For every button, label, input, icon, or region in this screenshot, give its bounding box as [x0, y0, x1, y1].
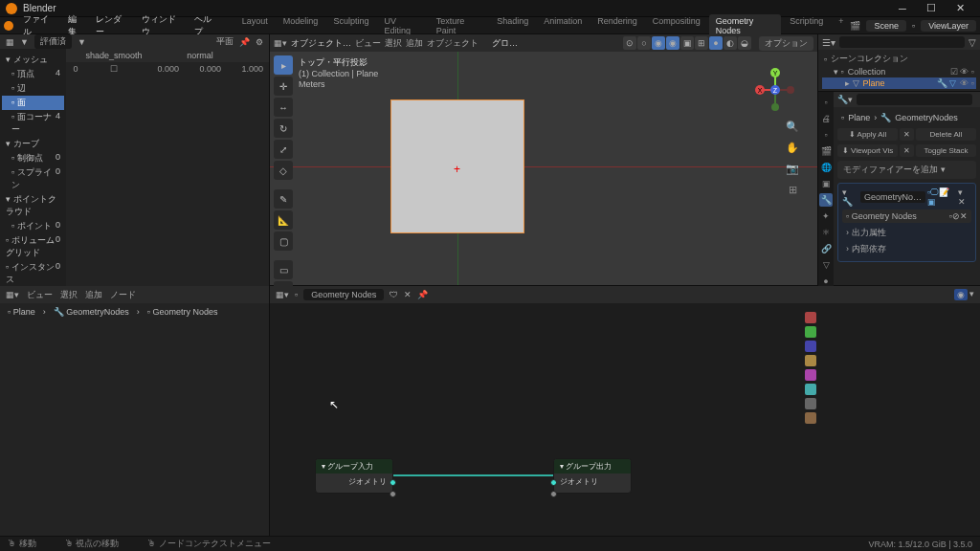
apply-all-button[interactable]: ⬇ Apply All	[837, 128, 898, 141]
tree-spline[interactable]: スプライン	[11, 167, 52, 189]
tab-layout[interactable]: Layout	[235, 14, 275, 37]
x2-button[interactable]: ✕	[900, 144, 914, 157]
ptab-physics[interactable]: ⚛	[819, 226, 833, 239]
tree-vgrid[interactable]: ボリュームグリッド	[6, 235, 55, 257]
bl-add[interactable]: 追加	[85, 289, 102, 301]
tree-inst[interactable]: インスタンス	[6, 262, 55, 284]
tree-curve[interactable]: カーブ	[13, 139, 39, 148]
rt4[interactable]	[805, 355, 816, 366]
ptab-render[interactable]: ▫	[819, 96, 833, 109]
bl-select[interactable]: 選択	[60, 289, 78, 301]
zoom-icon[interactable]: 🔍	[785, 119, 800, 134]
tab-animation[interactable]: Animation	[537, 14, 589, 37]
props-search[interactable]	[857, 94, 972, 105]
output-attrs[interactable]: › 出力属性	[842, 225, 971, 241]
tree-point[interactable]: ポイント	[17, 221, 52, 231]
solid-icon[interactable]: ●	[709, 36, 723, 50]
ol-collection[interactable]: ▾ ▫Collection☑ 👁 ▫	[822, 66, 976, 77]
rt7[interactable]	[805, 398, 816, 409]
input-socket-extra[interactable]	[550, 491, 557, 497]
vp-menu-object[interactable]: オブジェクト	[427, 37, 479, 50]
ptab-particle[interactable]: ✦	[819, 209, 833, 223]
snap-icon[interactable]: ⊙	[623, 36, 636, 50]
evaluated-dropdown[interactable]: 評価済	[34, 34, 72, 49]
editor-icon[interactable]: ▦▾	[6, 290, 19, 299]
node-group-name[interactable]: Geometry Nodes	[303, 289, 384, 300]
extrude-tool[interactable]: ▭	[274, 260, 293, 279]
delete-all-button[interactable]: Delete All	[916, 128, 976, 141]
tab-compositing[interactable]: Compositing	[646, 14, 707, 37]
maximize-button[interactable]: ☐	[917, 0, 946, 17]
mode-selector[interactable]: オブジェクト…	[291, 37, 351, 50]
mod-vis-icons[interactable]: ▫🖵📝▣	[927, 187, 956, 207]
group-input-node[interactable]: ▾ グループ入力 ジオメトリ	[315, 458, 393, 494]
rt5[interactable]	[805, 369, 816, 381]
select-tool[interactable]: ▸	[274, 55, 293, 75]
ptab-modifier[interactable]: 🔧	[819, 193, 833, 207]
tab-modeling[interactable]: Modeling	[277, 14, 325, 37]
vp-menu-add[interactable]: 追加	[406, 37, 423, 50]
node-group-field[interactable]: ▫ Geometry Nodes ▫⊘✕	[842, 209, 971, 223]
rt6[interactable]	[805, 384, 816, 395]
tab-texture[interactable]: Texture Paint	[430, 14, 488, 37]
tree-pcloud[interactable]: ポイントクラウド	[6, 194, 56, 216]
proportional-icon[interactable]: ○	[637, 36, 651, 50]
x-button[interactable]: ✕	[900, 128, 914, 141]
xray-icon[interactable]: ▣	[680, 36, 694, 50]
ptab-object[interactable]: ▣	[819, 177, 833, 190]
minimize-button[interactable]: ─	[888, 0, 917, 17]
move-tool[interactable]: ↔	[274, 98, 293, 117]
outliner-search[interactable]	[839, 36, 965, 48]
tab-add[interactable]: +	[832, 14, 850, 37]
tree-vertex[interactable]: 頂点	[17, 69, 34, 78]
internal-deps[interactable]: › 内部依存	[842, 241, 971, 257]
output-socket-extra[interactable]	[390, 491, 396, 497]
add-cube-tool[interactable]: ▢	[274, 231, 293, 251]
ne-pin-icon[interactable]: 📌	[417, 290, 428, 299]
tree-face[interactable]: 面	[17, 98, 26, 107]
matprev-icon[interactable]: ◐	[724, 36, 737, 50]
outliner-icon[interactable]: ☰▾	[822, 37, 835, 48]
tree-edge[interactable]: 辺	[17, 83, 26, 93]
ne-dropdown-icon[interactable]: ▾	[969, 289, 974, 300]
orientation-selector[interactable]: グロ…	[492, 37, 518, 50]
bl-view[interactable]: ビュー	[27, 289, 53, 301]
tree-corner[interactable]: 面コーナー	[11, 112, 52, 134]
cursor-tool[interactable]: ✛	[274, 77, 293, 96]
ptab-scene[interactable]: 🎬	[819, 144, 833, 158]
tree-ctrl[interactable]: 制御点	[17, 153, 43, 163]
input-socket[interactable]	[550, 479, 557, 486]
ne-x-icon[interactable]: ✕	[404, 290, 412, 299]
viewport[interactable]: ▦▾ オブジェクト… ビュー 選択 追加 オブジェクト グロ… ⊙ ○ ◉ ◉ …	[270, 34, 817, 285]
ptab-mesh[interactable]: ▽	[819, 258, 833, 272]
vp-menu-view[interactable]: ビュー	[355, 37, 381, 50]
annotate-tool[interactable]: ✎	[274, 189, 293, 209]
tab-geometry-nodes[interactable]: Geometry Nodes	[709, 14, 781, 37]
scale-tool[interactable]: ⤢	[274, 140, 293, 159]
tab-sculpting[interactable]: Sculpting	[326, 14, 375, 37]
modifier-name[interactable]: GeometryNo…	[860, 191, 925, 203]
rotate-tool[interactable]: ↻	[274, 119, 293, 138]
ne-shield-icon[interactable]: 🛡	[390, 290, 398, 299]
rt8[interactable]	[805, 412, 816, 424]
output-socket[interactable]	[390, 479, 396, 486]
ol-plane[interactable]: ▸ ▽Plane🔧 ▽👁 ▫	[822, 77, 976, 89]
ptab-output[interactable]: 🖨	[819, 112, 833, 125]
ne-icon[interactable]: ▦▾	[276, 290, 289, 299]
rt2[interactable]	[805, 326, 816, 338]
editor-type-icon[interactable]: ▦▾	[274, 38, 287, 48]
filter-icon[interactable]: ▽	[969, 37, 976, 48]
vp-menu-select[interactable]: 選択	[385, 37, 402, 50]
viewport-vis-button[interactable]: ⬇ Viewport Vis	[837, 144, 898, 157]
camera-icon[interactable]: 📷	[785, 161, 800, 176]
filter-icon[interactable]: ⚙	[256, 37, 263, 47]
persp-icon[interactable]: ⊞	[785, 182, 800, 197]
rt3[interactable]	[805, 341, 816, 352]
col-normal[interactable]: normal	[143, 51, 257, 60]
scene-field[interactable]: Scene	[866, 20, 906, 32]
viewlayer-field[interactable]: ViewLayer	[921, 20, 976, 32]
ptab-world[interactable]: 🌐	[819, 161, 833, 174]
options-dropdown[interactable]: オプション	[759, 36, 813, 51]
close-button[interactable]: ✕	[946, 0, 974, 17]
group-output-node[interactable]: ▾ グループ出力 ジオメトリ	[553, 458, 632, 494]
